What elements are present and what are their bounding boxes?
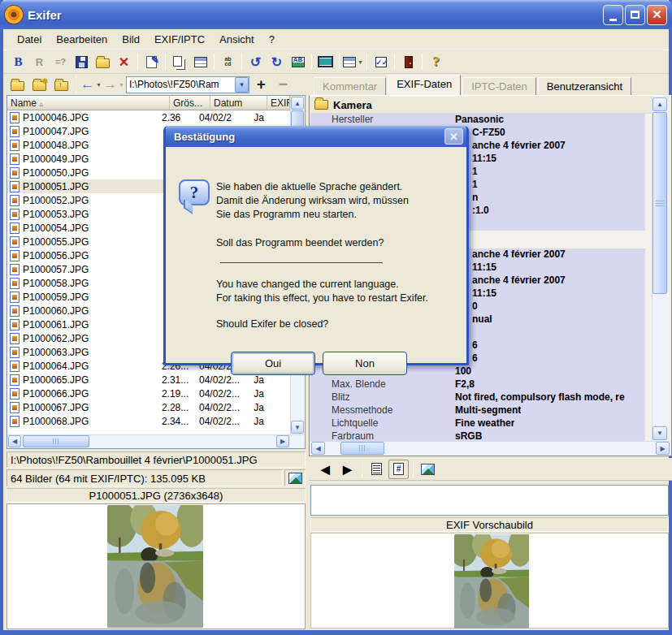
- exif-value: Fine weather: [455, 417, 514, 429]
- scroll-down-button[interactable]: ▼: [652, 426, 667, 440]
- copy-button[interactable]: [169, 52, 189, 71]
- edit-button[interactable]: ✎: [141, 52, 162, 71]
- table-view-button[interactable]: [190, 52, 210, 71]
- help-button[interactable]: ?: [426, 52, 446, 71]
- rename-button[interactable]: abcd: [218, 52, 238, 71]
- menu-ansicht[interactable]: Ansicht: [212, 30, 262, 49]
- menu-datei[interactable]: Datei: [10, 30, 49, 49]
- folder-up-button[interactable]: ↑: [51, 75, 72, 94]
- exif-row[interactable]: LichtquelleFine weather: [310, 417, 645, 430]
- bold-button[interactable]: B: [8, 52, 28, 71]
- column-header-size[interactable]: Grös...: [170, 96, 210, 110]
- scroll-up-button[interactable]: ▲: [291, 97, 304, 110]
- file-exif-flag: Ja: [254, 402, 277, 413]
- image-file-icon: [10, 222, 20, 234]
- remove-favorite-button[interactable]: −: [273, 75, 293, 94]
- tab-iptc-daten[interactable]: IPTC-Daten: [462, 77, 536, 95]
- file-name: P1000066.JPG: [23, 388, 162, 400]
- menu-exif-iptc[interactable]: EXIF/IPTC: [147, 30, 212, 49]
- preview-nav-toolbar: ◀ ▶ #: [309, 458, 672, 481]
- column-header-name[interactable]: Name ▵: [7, 96, 170, 110]
- menu-help[interactable]: ?: [262, 30, 282, 49]
- maximize-button[interactable]: [625, 5, 645, 25]
- raw-data-button[interactable]: #: [388, 460, 409, 479]
- exif-hscroll-thumb[interactable]: [340, 442, 384, 455]
- open-dir-button[interactable]: [7, 75, 28, 94]
- add-favorite-button[interactable]: +: [251, 75, 271, 94]
- tab-benutzeransicht[interactable]: Benutzeransicht: [538, 77, 631, 95]
- scroll-right-button[interactable]: ▶: [276, 435, 289, 447]
- r-button[interactable]: R: [29, 52, 50, 71]
- image-file-icon: [10, 250, 20, 261]
- exif-row[interactable]: BlitzNot fired, compulsory flash mode, r…: [310, 391, 645, 404]
- menu-bild[interactable]: Bild: [115, 30, 147, 49]
- exif-row[interactable]: MessmethodeMulti-segment: [310, 404, 645, 417]
- right-panel-tabs: Kommentar EXIF-Daten IPTC-Daten Benutzer…: [309, 74, 672, 95]
- dialog-text-de-1: Sie haben die aktuelle Sprache geändert.: [216, 181, 402, 192]
- file-row[interactable]: P1000068.JPG2.34...04/02/2...Ja: [7, 414, 277, 428]
- dialog-question-en: Should Exifer be closed?: [216, 318, 328, 330]
- rotate-right-button[interactable]: ↻: [267, 52, 287, 71]
- column-header-datum[interactable]: Datum: [210, 96, 267, 110]
- text-view-button[interactable]: [366, 460, 387, 479]
- scroll-right-button[interactable]: ▶: [656, 442, 670, 455]
- close-button[interactable]: ✕: [647, 5, 667, 25]
- file-name: P1000046.JPG: [23, 112, 162, 123]
- rotate-left-button[interactable]: ↺: [245, 52, 266, 71]
- combobox-dropdown-button[interactable]: ▼: [235, 77, 249, 93]
- next-image-button[interactable]: ▶: [337, 460, 358, 479]
- show-preview-button[interactable]: [418, 460, 438, 479]
- path-combobox[interactable]: I:\Photos\!FZ50\Ram ▼: [126, 76, 249, 93]
- exif-vscroll-thumb[interactable]: [652, 112, 667, 294]
- exif-label: Blitz: [332, 391, 350, 403]
- file-date: 04/02/2: [199, 112, 254, 123]
- dialog-close-button[interactable]: ✕: [444, 128, 463, 145]
- scroll-left-button[interactable]: ◀: [311, 442, 325, 455]
- thumbnail-button[interactable]: [315, 52, 336, 71]
- exif-row[interactable]: Max. BlendeF2,8: [310, 378, 645, 391]
- scroll-left-button[interactable]: ◀: [8, 435, 21, 447]
- folder-summary-bar: 64 Bilder (64 mit EXIF/IPTC): 135.095 KB: [7, 469, 283, 486]
- exit-button[interactable]: [398, 52, 418, 71]
- table-icon: [194, 57, 207, 67]
- delete-button[interactable]: ✕: [114, 52, 134, 71]
- menu-bearbeiten[interactable]: Bearbeiten: [49, 30, 115, 49]
- options-button[interactable]: ✓✓: [371, 52, 391, 71]
- file-name: P1000062.JPG: [23, 333, 162, 344]
- back-button[interactable]: ←▼: [80, 75, 102, 94]
- tab-kommentar[interactable]: Kommentar: [314, 77, 386, 95]
- tab-exif-daten[interactable]: EXIF-Daten: [388, 75, 461, 95]
- file-date: 04/02/2...: [199, 402, 254, 413]
- forward-button[interactable]: →▼: [103, 75, 124, 94]
- file-name: P1000047.JPG: [23, 126, 162, 137]
- dialog-title: Bestätigung: [174, 131, 235, 143]
- exif-thumbnail: [454, 534, 529, 629]
- favorites-button[interactable]: ✱: [29, 75, 50, 94]
- file-size: 2.19...: [162, 388, 199, 400]
- column-header-exif[interactable]: EXIF: [267, 96, 290, 110]
- oui-button[interactable]: Oui: [231, 352, 315, 375]
- file-row[interactable]: P1000066.JPG2.19...04/02/2...Ja: [7, 387, 277, 400]
- minimize-button[interactable]: [603, 5, 623, 25]
- previous-image-button[interactable]: ◀: [315, 460, 336, 479]
- view-grid-button[interactable]: ▼: [343, 52, 363, 71]
- file-name: P1000060.JPG: [23, 305, 162, 317]
- image-file-icon: [10, 347, 20, 358]
- auto-rename-button[interactable]: AB: [288, 52, 308, 71]
- file-row[interactable]: P1000046.JPG2.3604/02/2Ja: [7, 110, 277, 124]
- file-row[interactable]: P1000067.JPG2.28...04/02/2...Ja: [7, 400, 277, 414]
- scroll-down-button[interactable]: ▼: [291, 421, 304, 434]
- title-bar[interactable]: Exifer ✕: [0, 0, 672, 29]
- exif-row[interactable]: HerstellerPanasonic: [310, 114, 645, 127]
- query-button[interactable]: =?: [50, 52, 71, 71]
- non-button[interactable]: Non: [323, 352, 407, 375]
- main-toolbar: B R =? ✕ ✎ abcd ↺ ↻ AB ▼ ✓✓ ?: [3, 50, 669, 74]
- folder-icon: [314, 100, 328, 110]
- scroll-up-button[interactable]: ▲: [652, 97, 667, 111]
- open-button[interactable]: [93, 52, 113, 71]
- dialog-title-bar[interactable]: Bestätigung ✕: [166, 126, 466, 147]
- save-button[interactable]: [72, 52, 92, 71]
- comment-box[interactable]: [310, 485, 669, 516]
- file-list-hscroll-thumb[interactable]: [23, 435, 89, 447]
- exif-value: 11:15: [472, 261, 496, 273]
